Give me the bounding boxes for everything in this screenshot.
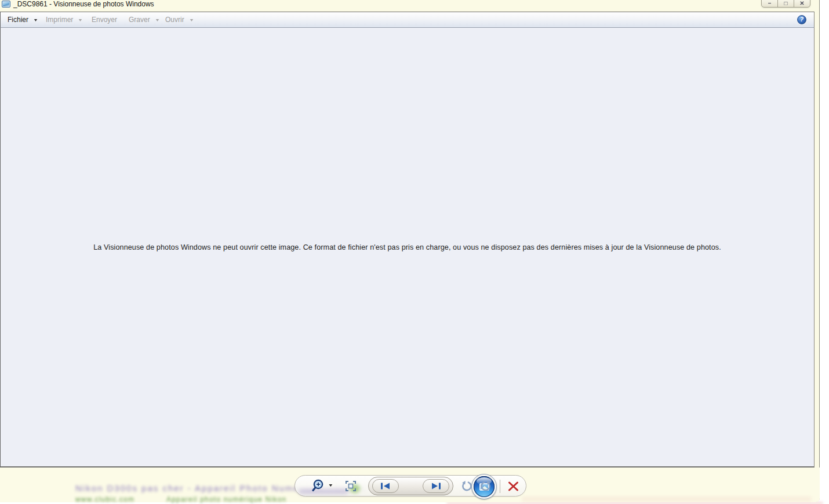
close-icon: ✕ — [799, 0, 804, 7]
next-icon — [430, 482, 442, 490]
title-bar: _DSC9861 - Visionneuse de photos Windows — [0, 0, 819, 12]
previous-icon — [379, 482, 392, 490]
delete-button[interactable] — [508, 481, 519, 491]
zoom-dropdown-arrow-icon[interactable]: ▼ — [328, 483, 334, 487]
maximize-icon: □ — [784, 0, 787, 7]
maximize-button[interactable]: □ — [777, 0, 794, 8]
viewer-toolbar: ▼ — [294, 475, 526, 496]
photo-viewer-window: _DSC9861 - Visionneuse de photos Windows… — [0, 0, 820, 502]
chevron-down-icon: ▼ — [78, 18, 83, 22]
menu-imprimer-label: Imprimer — [46, 16, 73, 24]
delete-x-icon — [508, 481, 519, 491]
toolbar-divider — [500, 480, 500, 493]
menu-fichier-label: Fichier — [8, 16, 28, 24]
error-message: La Visionneuse de photos Windows ne peut… — [1, 243, 814, 251]
next-button[interactable] — [423, 479, 449, 493]
window-title: _DSC9861 - Visionneuse de photos Windows — [13, 0, 154, 9]
menu-envoyer[interactable]: Envoyer — [92, 12, 117, 27]
chevron-down-icon: ▼ — [189, 18, 194, 22]
rotate-clockwise-button[interactable] — [481, 481, 491, 492]
close-button[interactable]: ✕ — [794, 0, 810, 8]
menu-graver-label: Graver — [129, 16, 150, 24]
rotate-clockwise-icon — [481, 481, 491, 492]
background-search-result-url: www.clubic.com — [75, 495, 134, 503]
menu-ouvrir-label: Ouvrir — [165, 16, 184, 24]
chevron-down-icon: ▼ — [155, 18, 160, 22]
window-controls: – □ ✕ — [762, 0, 810, 8]
menu-graver[interactable]: Graver ▼ — [129, 12, 159, 27]
magnifier-plus-icon — [310, 479, 327, 494]
previous-button[interactable] — [372, 479, 399, 493]
menu-ouvrir[interactable]: Ouvrir ▼ — [165, 12, 194, 27]
minimize-button[interactable]: – — [761, 0, 778, 8]
zoom-button[interactable] — [310, 479, 327, 494]
photo-viewer-icon — [2, 1, 10, 8]
image-canvas: La Visionneuse de photos Windows ne peut… — [0, 28, 815, 468]
help-button[interactable]: ? — [797, 15, 806, 24]
background-search-result-snippet: Appareil photo numérique Nikon — [166, 495, 286, 503]
screen: _DSC9861 - Visionneuse de photos Windows… — [0, 0, 829, 504]
actual-size-button[interactable] — [345, 480, 357, 492]
chevron-down-icon: ▼ — [33, 18, 38, 22]
menu-imprimer[interactable]: Imprimer ▼ — [46, 12, 82, 27]
navigation-pill — [368, 477, 453, 495]
help-icon: ? — [800, 17, 803, 23]
minimize-icon: – — [768, 0, 772, 7]
menu-bar: Fichier ▼ Imprimer ▼ Envoyer Graver ▼ Ou… — [0, 12, 815, 28]
rotate-counterclockwise-button[interactable] — [461, 481, 472, 492]
menu-envoyer-label: Envoyer — [92, 16, 117, 24]
rotate-counterclockwise-icon — [461, 481, 472, 492]
actual-size-icon — [345, 480, 357, 492]
menu-fichier[interactable]: Fichier ▼ — [8, 12, 38, 27]
